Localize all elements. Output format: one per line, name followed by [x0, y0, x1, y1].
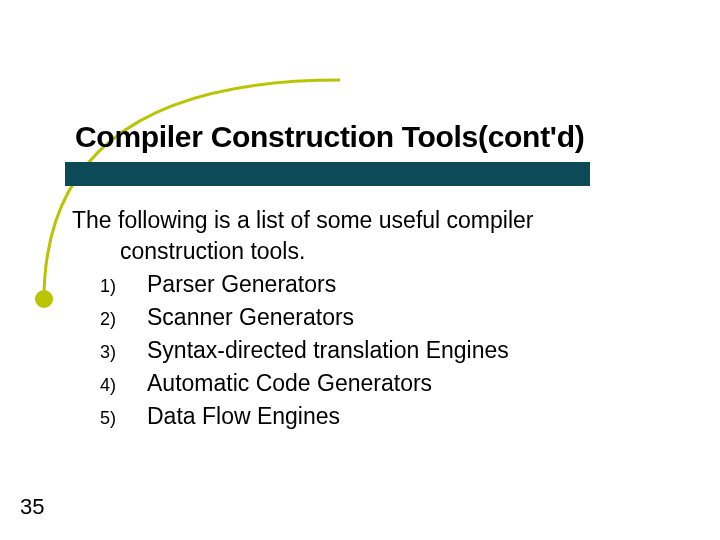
list-item: 1) Parser Generators	[72, 269, 680, 300]
accent-dot-icon	[35, 290, 53, 308]
intro-line-1: The following is a list of some useful c…	[72, 205, 680, 236]
list-item: 2) Scanner Generators	[72, 302, 680, 333]
list-item-number: 3)	[72, 340, 147, 364]
slide-title: Compiler Construction Tools(cont'd)	[75, 120, 584, 154]
list-item: 5) Data Flow Engines	[72, 401, 680, 432]
intro-line-2: construction tools.	[120, 236, 680, 267]
list-item: 4) Automatic Code Generators	[72, 368, 680, 399]
list-item-number: 5)	[72, 406, 147, 430]
title-underline-bar	[65, 162, 590, 186]
list-item-number: 2)	[72, 307, 147, 331]
list-item-text: Syntax-directed translation Engines	[147, 335, 509, 366]
list-item-text: Automatic Code Generators	[147, 368, 432, 399]
ordered-list: 1) Parser Generators 2) Scanner Generato…	[72, 269, 680, 432]
list-item-text: Data Flow Engines	[147, 401, 340, 432]
list-item-text: Scanner Generators	[147, 302, 354, 333]
list-item-number: 1)	[72, 274, 147, 298]
page-number: 35	[20, 494, 44, 520]
list-item-number: 4)	[72, 373, 147, 397]
list-item: 3) Syntax-directed translation Engines	[72, 335, 680, 366]
body-text: The following is a list of some useful c…	[72, 205, 680, 432]
list-item-text: Parser Generators	[147, 269, 336, 300]
slide: Compiler Construction Tools(cont'd) The …	[0, 0, 720, 540]
